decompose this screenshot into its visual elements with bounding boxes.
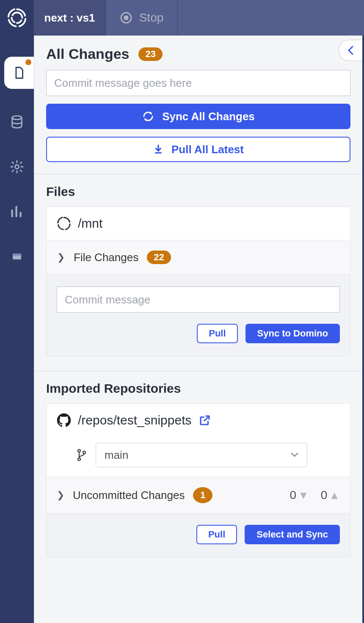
section-files: Files /mnt ❯ File C — [34, 174, 362, 371]
repos-title: Imported Repositories — [46, 381, 181, 396]
domino-swirl-icon — [57, 216, 71, 231]
sync-icon — [142, 110, 154, 123]
download-icon — [153, 144, 164, 155]
files-commit-input[interactable] — [57, 287, 340, 313]
all-changes-count-badge: 23 — [138, 47, 162, 61]
branch-selected-value: main — [105, 449, 128, 462]
stop-button[interactable]: Stop — [106, 0, 178, 36]
svg-point-3 — [15, 165, 19, 168]
files-mount-path: /mnt — [78, 216, 102, 231]
chevron-left-icon — [347, 46, 355, 55]
file-changes-label: File Changes — [74, 251, 138, 264]
files-card: /mnt ❯ File Changes 22 Pull Sync to Domi… — [46, 207, 350, 356]
changes-dot-icon — [25, 59, 31, 65]
branch-icon — [76, 449, 87, 461]
collapse-panel-button[interactable] — [339, 40, 362, 61]
rail-tab-docs[interactable] — [5, 245, 29, 268]
arrow-up-icon: ▲ — [329, 489, 340, 502]
sync-all-button[interactable]: Sync All Changes — [46, 104, 350, 129]
domino-logo-icon — [7, 8, 27, 28]
rail-tab-data[interactable] — [5, 110, 29, 134]
branch-select[interactable]: main — [96, 443, 307, 467]
app-header: next : vs1 Stop — [0, 0, 364, 36]
database-icon — [10, 115, 24, 129]
header-spacer — [178, 0, 364, 36]
stop-label: Stop — [139, 11, 164, 25]
gear-icon — [10, 160, 24, 174]
section-imported-repos: Imported Repositories /repos/test_snippe… — [34, 371, 362, 574]
bar-chart-icon — [10, 204, 24, 219]
files-pull-button[interactable]: Pull — [197, 324, 237, 343]
chevron-down-icon — [291, 452, 298, 458]
workspace-name[interactable]: next : vs1 — [34, 0, 106, 36]
ahead-behind-indicator: 0 ▼ 0 ▲ — [290, 488, 340, 502]
uncommitted-count-badge: 1 — [193, 487, 212, 503]
stop-icon — [120, 11, 132, 24]
pull-all-button[interactable]: Pull All Latest — [46, 137, 350, 162]
svg-point-9 — [83, 451, 85, 454]
behind-value: 0 — [290, 488, 296, 502]
file-changes-body: Pull Sync to Domino — [47, 275, 350, 356]
sync-all-label: Sync All Changes — [162, 110, 255, 123]
svg-point-2 — [12, 116, 22, 120]
uncommitted-expander[interactable]: ❯ Uncommitted Changes 1 0 ▼ 0 ▲ — [47, 477, 350, 514]
section-all-changes: All Changes 23 Sync All Changes — [34, 36, 362, 174]
rail-tab-settings[interactable] — [5, 155, 29, 179]
files-sync-button[interactable]: Sync to Domino — [245, 324, 340, 343]
repo-sync-button[interactable]: Select and Sync — [245, 525, 340, 544]
behind-count: 0 ▼ — [290, 488, 309, 502]
repo-card: /repos/test_snippets main — [46, 403, 350, 557]
ahead-count: 0 ▲ — [321, 488, 340, 502]
svg-rect-5 — [13, 254, 21, 256]
logo-cell — [0, 0, 34, 36]
svg-point-7 — [78, 449, 80, 452]
rail-tab-changes[interactable] — [4, 57, 34, 89]
github-icon — [57, 413, 71, 427]
ahead-value: 0 — [321, 488, 328, 502]
arrow-down-icon: ▼ — [298, 489, 309, 502]
files-card-header: /mnt — [47, 207, 350, 240]
repo-actions-body: Pull Select and Sync — [47, 514, 350, 557]
repo-pull-button[interactable]: Pull — [196, 525, 237, 544]
uncommitted-label: Uncommitted Changes — [73, 489, 185, 502]
all-changes-title: All Changes — [46, 46, 129, 62]
left-rail — [0, 36, 34, 623]
file-changes-count-badge: 22 — [147, 251, 171, 264]
file-icon — [12, 66, 26, 80]
repo-card-header: /repos/test_snippets — [47, 404, 350, 437]
pull-all-label: Pull All Latest — [171, 143, 244, 156]
repo-path: /repos/test_snippets — [78, 413, 192, 427]
all-changes-commit-input[interactable] — [46, 70, 350, 96]
svg-point-8 — [78, 458, 80, 460]
svg-rect-1 — [124, 16, 128, 20]
repo-branch-row: main — [47, 437, 350, 477]
rail-tab-resources[interactable] — [5, 200, 29, 223]
card-icon — [11, 251, 23, 262]
files-title: Files — [46, 185, 75, 199]
file-changes-expander[interactable]: ❯ File Changes 22 — [47, 240, 350, 275]
external-link-icon[interactable] — [199, 414, 211, 427]
chevron-right-icon: ❯ — [57, 252, 65, 263]
svg-rect-6 — [155, 152, 161, 154]
chevron-right-icon: ❯ — [57, 490, 64, 501]
changes-panel: All Changes 23 Sync All Changes — [34, 36, 364, 623]
